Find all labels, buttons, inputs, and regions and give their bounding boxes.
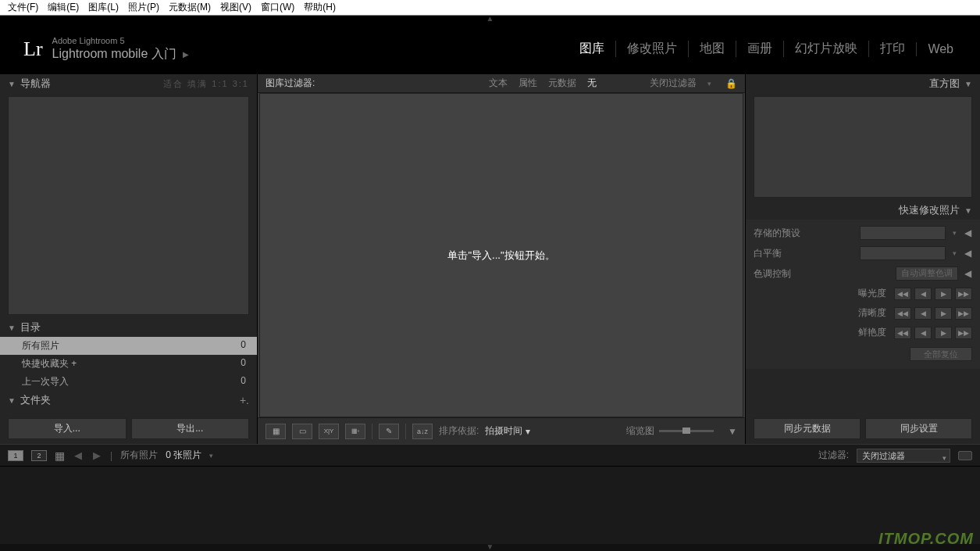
wb-select[interactable] [860,246,946,260]
grid-icon[interactable]: ▦ [55,449,65,462]
menu-help[interactable]: 帮助(H) [299,0,340,16]
triangle-down-icon: ▼ [964,206,972,215]
filter-none[interactable]: 无 [587,77,597,90]
nav-back-icon[interactable]: ◀ [73,449,84,461]
import-button[interactable]: 导入... [8,418,127,439]
right-panel: 直方图 ▼ 快速修改照片 ▼ 存储的预设 ▾ ◀ 白平衡 ▾ ◀ 色调控制 自 [746,74,980,444]
vibrance-big-minus[interactable]: ◀◀ [894,327,911,339]
chevron-down-icon[interactable]: ▾ [950,229,958,237]
catalog-list: 所有照片 0 快捷收藏夹 + 0 上一次导入 0 [0,337,257,391]
navigator-zoom-opts[interactable]: 适合 填满 1:1 3:1 [163,78,249,90]
module-library[interactable]: 图库 [568,41,615,57]
grid-view-button[interactable]: ▦ [265,424,286,439]
sync-settings-button[interactable]: 同步设置 [865,418,972,439]
triangle-left-icon[interactable]: ◀ [963,248,972,259]
sort-direction-button[interactable]: a↓z [412,424,433,439]
exposure-big-minus[interactable]: ◀◀ [894,288,911,300]
export-button[interactable]: 导出... [131,418,250,439]
reset-all-button[interactable]: 全部复位 [910,347,972,361]
catalog-row-label: 所有照片 [22,339,59,352]
folders-header[interactable]: ▼文件夹 +. [0,391,257,410]
preset-row: 存储的预设 ▾ ◀ [746,223,980,243]
catalog-header[interactable]: ▼ 目录 [0,318,257,337]
top-grip[interactable]: ▲ [0,16,980,23]
toolbar: ▦ ▭ X|Y ▦▫ ✎ a↓z 排序依据: 拍摄时间 ▾ 缩览图 ▼ [258,417,745,444]
exposure-row: 曝光度 ◀◀ ◀ ▶ ▶▶ [746,284,980,303]
histogram-title: 直方图 [929,77,960,91]
catalog-row-lastimport[interactable]: 上一次导入 0 [0,373,257,391]
sort-dropdown[interactable]: 拍摄时间 ▾ [485,424,530,438]
brand-label: Adobe Lightroom 5 [52,35,189,46]
triangle-left-icon[interactable]: ◀ [963,227,972,238]
filter-attr[interactable]: 属性 [519,77,537,90]
vibrance-minus[interactable]: ◀ [914,327,932,339]
module-develop[interactable]: 修改照片 [615,41,688,57]
exposure-plus[interactable]: ▶ [935,288,952,300]
bottom-grip[interactable]: ▼ [486,542,494,551]
module-slideshow[interactable]: 幻灯片放映 [783,41,868,57]
menu-edit[interactable]: 编辑(E) [43,0,84,16]
menu-file[interactable]: 文件(F) [3,0,43,16]
chevron-down-icon[interactable]: ▾ [209,452,213,460]
catalog-row-quick[interactable]: 快捷收藏夹 + 0 [0,355,257,373]
vibrance-plus[interactable]: ▶ [935,327,952,339]
triangle-down-icon: ▼ [964,80,972,88]
vibrance-label: 鲜艳度 [858,326,886,339]
painter-button[interactable]: ✎ [379,424,399,439]
filter-close-preset[interactable]: 关闭过滤器 [650,77,697,90]
module-print[interactable]: 打印 [868,41,916,57]
triangle-down-icon: ▼ [8,80,16,88]
triangle-down-icon: ▼ [8,324,16,332]
navigator-preview [8,96,249,315]
main-area: ▼ 导航器 适合 填满 1:1 3:1 ▼ 目录 所有照片 0 快捷收藏夹 + … [0,74,980,444]
add-folder-icon[interactable]: +. [240,394,249,406]
catalog-row-count: 0 [241,375,246,388]
subtitle-label[interactable]: Lightroom mobile 入门▶ [52,46,189,63]
module-book[interactable]: 画册 [736,41,783,57]
preset-label: 存储的预设 [754,227,855,240]
menu-window[interactable]: 窗口(W) [256,0,299,16]
clarity-big-minus[interactable]: ◀◀ [894,307,911,320]
vibrance-big-plus[interactable]: ▶▶ [955,327,972,339]
toolbar-menu-icon[interactable]: ▼ [728,426,737,437]
menu-metadata[interactable]: 元数据(M) [164,0,216,16]
filmstrip-filter-select[interactable]: 关闭过滤器 ▾ [857,449,950,463]
histogram-body [754,96,972,198]
navigator-header[interactable]: ▼ 导航器 适合 填满 1:1 3:1 [0,74,257,93]
survey-view-button[interactable]: ▦▫ [345,424,365,439]
chevron-down-icon[interactable]: ▾ [950,249,958,257]
triangle-left-icon[interactable]: ◀ [963,268,972,279]
exposure-big-plus[interactable]: ▶▶ [955,288,972,300]
lock-icon[interactable]: 🔒 [725,78,737,89]
menu-library[interactable]: 图库(L) [84,0,123,16]
filter-text[interactable]: 文本 [489,77,508,90]
filmstrip-path[interactable]: 所有照片 [120,449,158,462]
exposure-minus[interactable]: ◀ [914,288,932,300]
menu-view[interactable]: 视图(V) [216,0,256,16]
catalog-title: 目录 [20,320,41,335]
clarity-plus[interactable]: ▶ [935,307,952,320]
filter-switch[interactable] [958,451,972,460]
chevron-down-icon[interactable]: ▾ [707,80,711,88]
sync-metadata-button[interactable]: 同步元数据 [754,418,861,439]
secondary-screen-button[interactable]: 2 [31,450,47,461]
clarity-big-plus[interactable]: ▶▶ [955,307,972,320]
import-export-row: 导入... 导出... [0,413,257,444]
thumbnail-slider[interactable] [659,430,714,432]
loupe-view-button[interactable]: ▭ [292,424,312,439]
nav-fwd-icon[interactable]: ▶ [91,449,102,461]
filter-meta[interactable]: 元数据 [548,77,576,90]
module-web[interactable]: Web [916,42,964,56]
preset-select[interactable] [860,226,946,240]
menu-photo[interactable]: 照片(P) [123,0,164,16]
clarity-minus[interactable]: ◀ [914,307,932,320]
auto-tone-button[interactable]: 自动调整色调 [896,267,958,281]
exposure-label: 曝光度 [858,287,886,300]
primary-screen-button[interactable]: 1 [8,450,23,461]
histogram-header[interactable]: 直方图 ▼ [746,74,980,93]
catalog-row-all[interactable]: 所有照片 0 [0,337,257,355]
quick-develop-header[interactable]: 快速修改照片 ▼ [746,201,980,220]
wb-label: 白平衡 [754,247,855,260]
compare-view-button[interactable]: X|Y [319,424,339,439]
module-map[interactable]: 地图 [688,41,736,57]
